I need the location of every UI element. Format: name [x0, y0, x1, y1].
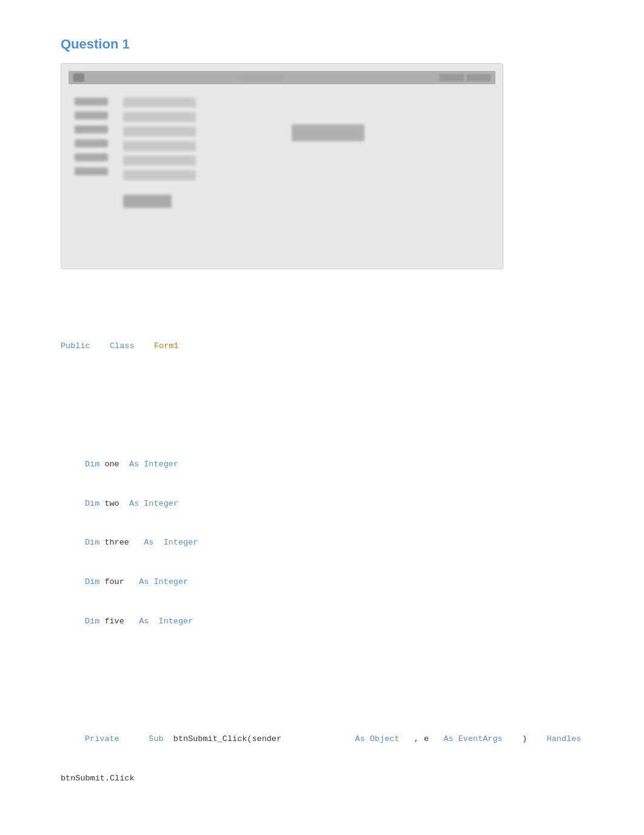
kw-dim-5: Dim [85, 617, 99, 626]
kw-int-2: Integer [144, 499, 178, 508]
form-label-4 [75, 139, 108, 147]
line-blank-1 [61, 392, 620, 406]
kw-handles: Handles [547, 734, 582, 743]
kw-as-2: As [129, 499, 139, 508]
line-dim-three: Dim three As Integer [61, 536, 620, 549]
kw-as-1: As [129, 460, 139, 469]
line-dim-four: Dim four As Integer [61, 575, 620, 589]
page-wrapper: Question 1 [0, 0, 644, 835]
form-input-2 [123, 112, 196, 122]
line-dim-one: Dim one As Integer [61, 458, 620, 471]
form-label-3 [75, 126, 108, 133]
form-input-4 [123, 141, 196, 151]
line-public-class: Public Class Form1 [61, 340, 620, 353]
form-ctrl-1 [440, 74, 464, 81]
kw-eventargs: EventArgs [458, 734, 503, 743]
form-inputs-col [123, 98, 202, 208]
kw-as-ea: As [443, 734, 453, 743]
form-input-1 [123, 98, 196, 107]
form-header-title [241, 74, 283, 81]
keyword-class: Class [110, 341, 135, 350]
kw-private: Private [85, 734, 119, 743]
line-blank-2 [61, 667, 620, 680]
kw-int-5: Integer [159, 617, 193, 626]
kw-int-1: Integer [144, 460, 178, 469]
kw-as-3: As [144, 538, 153, 547]
kw-object: Object [370, 734, 400, 743]
form-header-controls [440, 74, 491, 81]
line-private-sub: Private Sub btnSubmit_Click(sender As Ob… [61, 733, 620, 746]
form-header-icon [73, 73, 84, 82]
form-submit-button [123, 195, 172, 208]
kw-as-5: As [139, 617, 149, 626]
kw-as-4: As [139, 577, 149, 586]
form-label-widget [292, 124, 364, 141]
form-label-1 [75, 98, 108, 106]
kw-dim-4: Dim [85, 577, 99, 586]
kw-dim-2: Dim [85, 499, 99, 508]
form-label-5 [75, 153, 108, 161]
form-input-6 [123, 170, 196, 180]
form-mockup [61, 63, 503, 269]
line-dim-five: Dim five As Integer [61, 615, 620, 628]
code-block: Public Class Form1 Dim one As Integer Di… [61, 287, 620, 835]
line-blank-3 [61, 824, 620, 835]
kw-dim-1: Dim [85, 460, 99, 469]
keyword-form1: Form1 [154, 341, 179, 350]
kw-dim-3: Dim [85, 538, 99, 547]
form-input-3 [123, 127, 196, 136]
kw-int-3: Integer [164, 538, 198, 547]
form-ctrl-2 [466, 74, 491, 81]
kw-sub: Sub [149, 734, 163, 743]
form-header [69, 71, 495, 84]
form-input-5 [123, 156, 196, 166]
line-handles-ref: btnSubmit.Click [61, 772, 620, 785]
form-label-2 [75, 112, 108, 119]
line-dim-two: Dim two As Integer [61, 497, 620, 511]
form-labels-col [75, 98, 111, 208]
question-title: Question 1 [61, 36, 620, 52]
form-body [69, 92, 495, 214]
kw-int-4: Integer [153, 577, 188, 586]
form-label-6 [75, 167, 108, 175]
kw-as-obj: As [355, 734, 365, 743]
keyword-public: Public [61, 341, 90, 350]
